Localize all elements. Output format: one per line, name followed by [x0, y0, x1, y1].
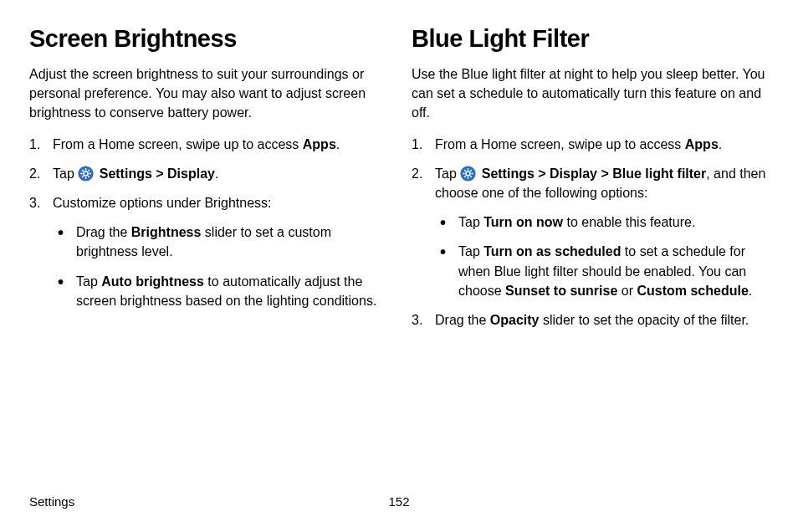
step-text: Tap: [435, 166, 460, 181]
bullet-text: or: [617, 284, 637, 298]
left-column: Screen Brightness Adjust the screen brig…: [29, 25, 386, 340]
separator: >: [535, 166, 550, 181]
step-text: .: [336, 137, 340, 151]
svg-point-10: [461, 166, 476, 181]
step-text: From a Home screen, swipe up to access: [435, 137, 685, 151]
footer-spacer: [522, 494, 769, 509]
step-item: From a Home screen, swipe up to access A…: [29, 135, 386, 154]
svg-rect-12: [468, 168, 469, 170]
svg-rect-5: [90, 173, 91, 175]
footer-section-name: Settings: [29, 494, 276, 509]
svg-rect-15: [472, 173, 473, 175]
step-text: Drag the: [435, 313, 490, 327]
content-columns: Screen Brightness Adjust the screen brig…: [29, 25, 769, 340]
turn-on-now-label: Turn on now: [483, 215, 563, 229]
bullet-item: Tap Auto brightness to automatically adj…: [53, 272, 386, 310]
step-text: .: [215, 166, 218, 181]
display-label: Display: [167, 166, 215, 181]
bullet-text: Drag the: [76, 225, 131, 239]
bullet-item: Tap Turn on as scheduled to set a schedu…: [435, 242, 769, 300]
bullet-text: Tap: [76, 274, 101, 289]
section-heading-bluelight: Blue Light Filter: [412, 25, 769, 53]
settings-label: Settings: [482, 166, 535, 181]
brightness-label: Brightness: [131, 225, 202, 239]
steps-list: From a Home screen, swipe up to access A…: [412, 135, 769, 330]
step-item: Customize options under Brightness: Drag…: [29, 193, 386, 310]
step-item: Tap Settings > Display.: [29, 164, 386, 183]
apps-label: Apps: [303, 137, 336, 151]
step-text: .: [719, 137, 722, 151]
svg-rect-4: [80, 173, 82, 175]
apps-label: Apps: [685, 137, 719, 151]
turn-on-scheduled-label: Turn on as scheduled: [483, 244, 621, 258]
svg-point-0: [79, 166, 94, 181]
step-text: slider to set the opacity of the filter.: [540, 313, 749, 327]
page-footer: Settings 152: [29, 494, 769, 509]
bullet-item: Tap Turn on now to enable this feature.: [435, 212, 769, 232]
separator: >: [597, 166, 612, 181]
display-label: Display: [550, 166, 597, 181]
section-heading-brightness: Screen Brightness: [29, 25, 386, 53]
bullet-list: Drag the Brightness slider to set a cust…: [53, 223, 386, 310]
step-text: Tap: [53, 166, 78, 181]
separator: >: [152, 166, 167, 181]
step-item: Drag the Opacity slider to set the opaci…: [412, 310, 769, 330]
auto-brightness-label: Auto brightness: [101, 274, 204, 289]
sunset-sunrise-label: Sunset to sunrise: [505, 284, 617, 298]
footer-page-number: 152: [276, 494, 523, 509]
step-text: Customize options under Brightness:: [53, 196, 271, 210]
intro-text: Adjust the screen brightness to suit you…: [29, 64, 386, 123]
blue-light-filter-label: Blue light filter: [612, 166, 706, 181]
bullet-text: Tap: [458, 215, 483, 229]
bullet-list: Tap Turn on now to enable this feature. …: [435, 212, 769, 300]
bullet-text: to enable this feature.: [563, 215, 695, 229]
svg-rect-13: [468, 176, 469, 178]
svg-rect-3: [85, 176, 87, 178]
svg-rect-14: [463, 173, 464, 175]
opacity-label: Opacity: [490, 313, 540, 327]
bullet-text: .: [749, 284, 752, 298]
custom-schedule-label: Custom schedule: [637, 284, 748, 298]
right-column: Blue Light Filter Use the Blue light fil…: [412, 25, 769, 340]
intro-text: Use the Blue light filter at night to he…: [412, 64, 769, 123]
step-item: Tap Settings > Display > Blue light filt…: [412, 164, 769, 300]
step-item: From a Home screen, swipe up to access A…: [412, 135, 769, 154]
svg-rect-2: [85, 168, 87, 170]
settings-label: Settings: [100, 166, 152, 181]
steps-list: From a Home screen, swipe up to access A…: [29, 135, 386, 310]
step-text: From a Home screen, swipe up to access: [53, 137, 303, 151]
bullet-item: Drag the Brightness slider to set a cust…: [53, 223, 386, 261]
settings-gear-icon: [460, 166, 476, 182]
settings-gear-icon: [78, 166, 94, 182]
bullet-text: Tap: [458, 244, 483, 258]
